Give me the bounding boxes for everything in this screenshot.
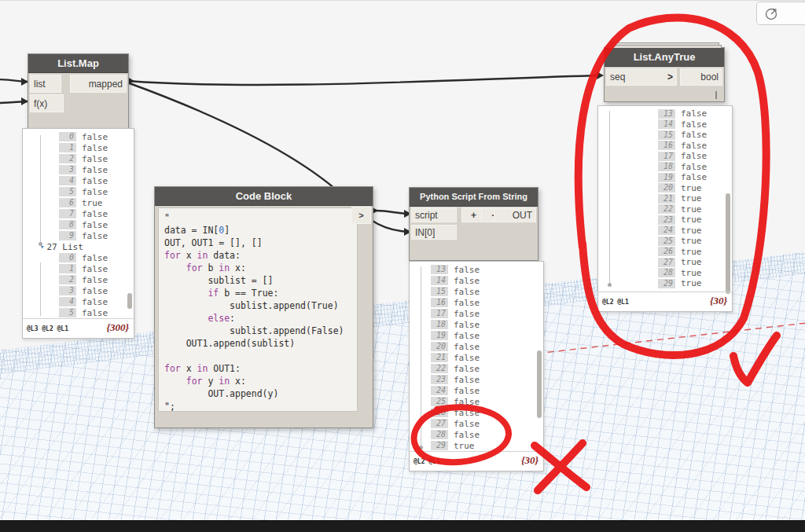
list-item: 20false [410,341,537,352]
list-item: 23true [598,215,726,226]
wire-into-list[interactable] [0,79,28,82]
scrollbar-thumb[interactable] [726,193,730,294]
list-item: 28true [598,268,726,279]
item-index: 18 [658,162,675,171]
list-item: 15false [410,286,537,297]
item-value: false [681,162,707,172]
item-value: true [681,257,702,267]
item-index: 5 [59,187,76,196]
wire-code-to-script[interactable] [375,211,409,214]
item-value: false [454,265,480,275]
tree-guide-line [609,111,610,284]
node-code-block-title[interactable]: Code Block [155,187,373,206]
scrollbar-thumb[interactable] [127,293,132,309]
code-line: sublist.append(False) [164,325,357,337]
list-item: 25true [598,236,726,247]
item-value: true [681,247,702,257]
lacing-levels-label[interactable]: @L2 @L1 [414,458,440,465]
item-value: false [454,287,480,297]
item-index: 20 [658,183,675,193]
item-index: 13 [431,265,448,274]
code-line: for x in data: [164,249,357,262]
item-value: true [681,226,702,236]
preview-footer: @L2 @L1 {30} [410,451,543,471]
node-list-map-title[interactable]: List.Map [28,54,128,73]
item-value: false [454,397,480,407]
code-line: if b == True: [164,287,357,299]
list-item: 18false [598,162,726,173]
item-index: 0 [59,253,76,262]
scrollbar-thumb[interactable] [537,350,542,418]
collapse-indicator[interactable] [715,91,717,99]
item-index: 26 [658,247,675,256]
item-index: 16 [431,298,448,307]
item-index: 13 [658,109,675,119]
input-port-script[interactable]: script [411,207,457,222]
tree-guide-line [421,266,421,447]
item-index: 21 [431,353,448,362]
lacing-levels-label[interactable]: @L2 @L1 [602,299,629,306]
list-item: 21true [598,193,726,204]
item-index: 7 [59,209,76,218]
item-value: true [681,215,702,225]
list-item: 5false [23,307,127,318]
item-index: 28 [658,268,675,277]
item-count-badge: {30} [521,454,539,467]
item-value: false [454,320,480,330]
list-item: 17false [598,151,726,162]
output-port-bool[interactable]: bool [680,68,722,86]
item-value: true [681,278,702,288]
item-index: 26 [431,408,448,417]
code-line: OUT1.append(sublist) [164,337,357,350]
node-python-title[interactable]: Python Script From String [410,188,538,207]
code-text[interactable]: "data = IN[0]OUT, OUT1 = [], []for x in … [158,207,358,412]
item-value: false [454,298,480,308]
item-value: true [82,198,103,208]
node-python-script[interactable]: Python Script From String script IN[0] +… [409,187,539,261]
output-port-code[interactable]: > [351,207,371,224]
node-anytrue-title[interactable]: List.AnyTrue [605,48,724,67]
item-index: 25 [431,397,448,406]
item-value: false [82,286,108,296]
item-value: false [454,309,480,319]
lacing-levels-label[interactable]: @L3 @L2 @L1 [27,325,68,332]
item-index: 14 [431,276,448,285]
list-item: 14false [598,119,726,130]
node-code-block[interactable]: Code Block "data = IN[0]OUT, OUT1 = [], … [154,186,373,428]
list-item: 19false [410,330,537,341]
run-speed-button[interactable] [756,2,805,25]
item-value: false [454,276,480,286]
list-item: 14false [410,275,537,286]
list-item: 6true [23,197,127,208]
list-item: 8false [23,219,127,230]
list-item: 13false [598,108,726,119]
item-count-badge: {30} [710,295,727,307]
list-item: 28false [410,429,537,440]
item-value: false [82,209,108,219]
code-line: for x in OUT1: [164,362,357,375]
item-index: 16 [658,141,675,150]
item-value: false [82,176,108,186]
output-port-out[interactable]: OUT [494,207,536,222]
list-level-chevron-icon[interactable]: > [667,72,673,82]
preview-rows-right: 13false14false15false16false17false18fal… [598,108,726,292]
code-line: sublist.append(True) [164,299,357,312]
output-port-mapped[interactable]: mapped [70,75,127,93]
input-port-fx[interactable]: f(x) [30,94,64,112]
item-index: 29 [658,279,675,288]
item-value: false [82,220,108,230]
input-port-seq[interactable]: seq > [606,68,677,86]
node-list-map[interactable]: List.Map list f(x) mapped [28,53,129,130]
item-index: 19 [431,331,448,340]
wire-into-fx[interactable] [0,101,28,103]
input-port-in0[interactable]: IN[0] [411,225,457,240]
list-item: 22true [598,204,726,215]
wire-mapped-to-seq[interactable] [127,75,601,85]
preview-panel-right[interactable]: 13false14false15false16false17false18fal… [597,105,733,312]
node-list-anytrue[interactable]: List.AnyTrue seq > bool [604,47,725,102]
input-port-list[interactable]: list [30,75,61,93]
preview-panel-left[interactable]: 0false1false2false3false4false5false6tru… [22,128,134,339]
preview-panel-middle[interactable]: 13false14false15false16false17false18fal… [409,261,544,471]
list-item: 4false [23,175,127,186]
list-item: 16false [598,141,726,152]
